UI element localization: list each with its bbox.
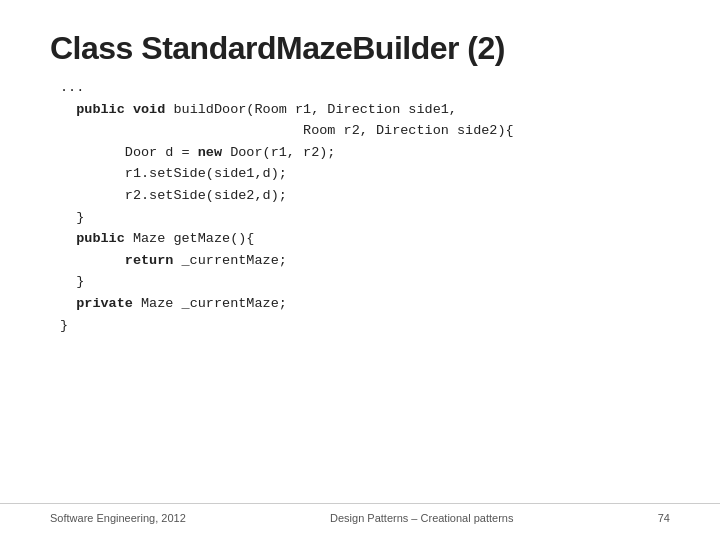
- footer: Software Engineering, 2012 Design Patter…: [0, 503, 720, 524]
- code-block: ... public void buildDoor(Room r1, Direc…: [50, 77, 670, 336]
- code-line-10: }: [60, 271, 670, 293]
- code-line-1: ...: [60, 77, 670, 99]
- slide-title: Class StandardMazeBuilder (2): [50, 30, 670, 67]
- footer-left: Software Engineering, 2012: [50, 512, 186, 524]
- code-line-12: }: [60, 315, 670, 337]
- code-line-6: r2.setSide(side2,d);: [60, 185, 670, 207]
- footer-right: 74: [658, 512, 670, 524]
- code-line-2: public void buildDoor(Room r1, Direction…: [60, 99, 670, 121]
- slide: Class StandardMazeBuilder (2) ... public…: [0, 0, 720, 540]
- code-line-9: return _currentMaze;: [60, 250, 670, 272]
- footer-center: Design Patterns – Creational patterns: [330, 512, 513, 524]
- code-line-11: private Maze _currentMaze;: [60, 293, 670, 315]
- code-line-8: public Maze getMaze(){: [60, 228, 670, 250]
- code-line-4: Door d = new Door(r1, r2);: [60, 142, 670, 164]
- code-line-3: Room r2, Direction side2){: [60, 120, 670, 142]
- code-line-5: r1.setSide(side1,d);: [60, 163, 670, 185]
- code-line-7: }: [60, 207, 670, 229]
